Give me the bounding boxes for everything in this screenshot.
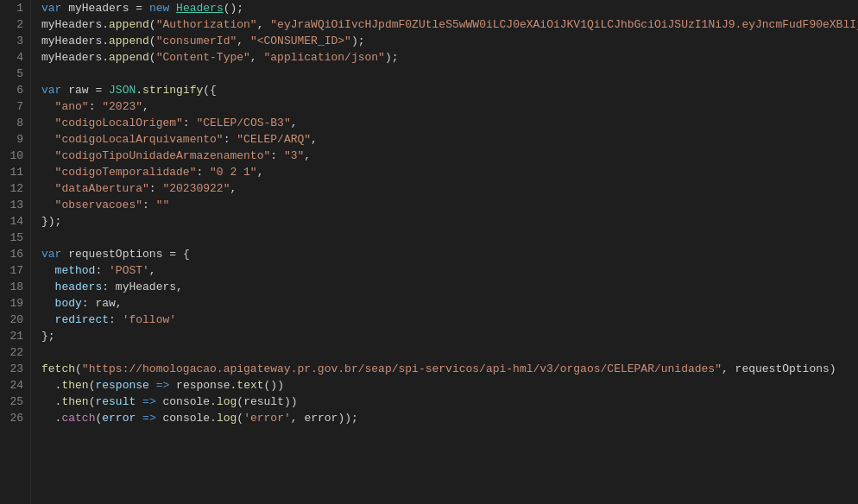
code-line-10: "codigoTipoUnidadeArmazenamento": "3", xyxy=(41,148,858,164)
line-number-26: 26 xyxy=(7,410,23,426)
code-line-18: headers: myHeaders, xyxy=(41,279,858,295)
line-number-6: 6 xyxy=(7,82,23,98)
line-number-7: 7 xyxy=(7,98,23,115)
code-line-2: myHeaders.append("Authorization", "eyJra… xyxy=(41,16,858,33)
code-line-16: var requestOptions = { xyxy=(41,246,858,262)
line-number-4: 4 xyxy=(7,49,23,66)
code-line-14: }); xyxy=(41,213,858,230)
line-number-8: 8 xyxy=(7,115,23,131)
code-line-21: }; xyxy=(41,328,858,344)
line-number-24: 24 xyxy=(7,377,23,394)
code-content[interactable]: var myHeaders = new Headers();myHeaders.… xyxy=(31,0,858,504)
line-number-13: 13 xyxy=(7,197,23,213)
line-number-16: 16 xyxy=(7,246,23,262)
code-line-19: body: raw, xyxy=(41,295,858,312)
code-line-17: method: 'POST', xyxy=(41,262,858,279)
line-numbers: 1234567891011121314151617181920212223242… xyxy=(0,0,31,504)
code-editor: 1234567891011121314151617181920212223242… xyxy=(0,0,858,504)
line-number-15: 15 xyxy=(7,230,23,246)
code-line-5 xyxy=(41,66,858,82)
code-line-3: myHeaders.append("consumerId", "<CONSUME… xyxy=(41,33,858,49)
code-line-25: .then(result => console.log(result)) xyxy=(41,394,858,410)
line-number-9: 9 xyxy=(7,131,23,148)
code-line-15 xyxy=(41,230,858,246)
line-number-17: 17 xyxy=(7,262,23,279)
code-line-23: fetch("https://homologacao.apigateway.pr… xyxy=(41,361,858,377)
line-number-1: 1 xyxy=(7,0,23,16)
code-line-24: .then(response => response.text()) xyxy=(41,377,858,394)
code-line-26: .catch(error => console.log('error', err… xyxy=(41,410,858,426)
line-number-5: 5 xyxy=(7,66,23,82)
line-number-25: 25 xyxy=(7,394,23,410)
code-line-11: "codigoTemporalidade": "0 2 1", xyxy=(41,164,858,180)
code-line-13: "observacoes": "" xyxy=(41,197,858,213)
code-line-7: "ano": "2023", xyxy=(41,98,858,115)
line-number-10: 10 xyxy=(7,148,23,164)
line-number-2: 2 xyxy=(7,16,23,33)
code-line-12: "dataAbertura": "20230922", xyxy=(41,180,858,197)
line-number-18: 18 xyxy=(7,279,23,295)
line-number-20: 20 xyxy=(7,312,23,328)
line-number-3: 3 xyxy=(7,33,23,49)
line-number-23: 23 xyxy=(7,361,23,377)
line-number-14: 14 xyxy=(7,213,23,230)
line-number-21: 21 xyxy=(7,328,23,344)
code-line-6: var raw = JSON.stringify({ xyxy=(41,82,858,98)
line-number-11: 11 xyxy=(7,164,23,180)
line-number-22: 22 xyxy=(7,344,23,361)
code-line-9: "codigoLocalArquivamento": "CELEP/ARQ", xyxy=(41,131,858,148)
code-line-8: "codigoLocalOrigem": "CELEP/COS-B3", xyxy=(41,115,858,131)
line-number-12: 12 xyxy=(7,180,23,197)
code-line-1: var myHeaders = new Headers(); xyxy=(41,0,858,16)
code-line-22 xyxy=(41,344,858,361)
code-line-20: redirect: 'follow' xyxy=(41,312,858,328)
line-number-19: 19 xyxy=(7,295,23,312)
code-line-4: myHeaders.append("Content-Type", "applic… xyxy=(41,49,858,66)
